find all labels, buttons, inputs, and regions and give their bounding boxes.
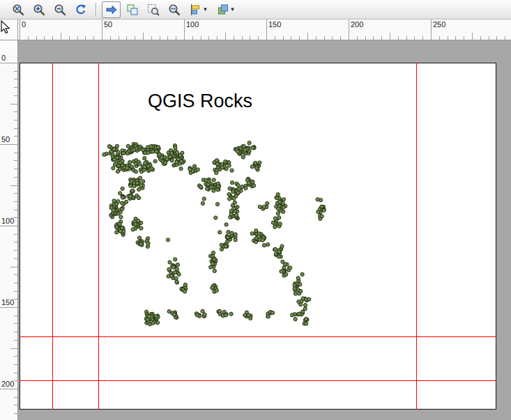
ruler-tick — [291, 36, 291, 40]
ruler-label: 0 — [1, 54, 6, 62]
ruler-tick — [119, 36, 119, 40]
ruler-tick — [69, 36, 70, 40]
ruler-label: 150 — [268, 20, 281, 29]
ruler-tick — [390, 33, 390, 40]
guide-horizontal[interactable] — [20, 380, 496, 381]
ruler-tick — [192, 36, 193, 40]
ruler-tick — [340, 36, 341, 40]
ruler-tick — [242, 36, 243, 40]
ruler-tick — [14, 340, 17, 341]
ruler-tick — [14, 95, 17, 96]
ruler-tick — [14, 169, 17, 169]
ruler-horizontal[interactable]: 050100150200250 — [18, 20, 511, 40]
chevron-down-icon: ▾ — [231, 6, 234, 13]
ruler-tick — [14, 193, 17, 194]
ruler-tick — [14, 356, 17, 357]
ruler-tick — [14, 413, 17, 414]
ruler-tick — [61, 33, 61, 40]
ruler-tick — [0, 389, 17, 389]
ruler-tick — [14, 210, 17, 210]
ruler-tick — [14, 332, 17, 332]
ruler-label: 50 — [1, 135, 10, 143]
zoom-in-icon — [32, 3, 46, 17]
composer-page[interactable] — [20, 63, 496, 410]
guide-vertical[interactable] — [52, 63, 53, 410]
ruler-tick — [102, 20, 102, 40]
ruler-tick — [151, 36, 152, 40]
ruler-tick — [14, 160, 17, 161]
zoom-out-icon — [53, 3, 67, 17]
zoom-in-button[interactable] — [29, 1, 48, 18]
ruler-tick — [406, 36, 407, 40]
ruler-tick — [14, 250, 17, 251]
ruler-tick — [14, 380, 17, 381]
ruler-tick — [14, 274, 17, 275]
ruler-tick — [398, 36, 399, 40]
ruler-tick — [14, 177, 17, 178]
ruler-tick — [14, 87, 17, 88]
ruler-tick — [439, 36, 440, 40]
ruler-tick — [455, 36, 456, 40]
ruler-tick — [208, 36, 209, 40]
ruler-tick — [365, 36, 366, 40]
ruler-tick — [93, 36, 94, 40]
align-items-icon — [189, 3, 203, 17]
guide-vertical[interactable] — [98, 63, 99, 410]
refresh-button[interactable] — [71, 1, 90, 18]
ruler-tick — [381, 36, 382, 40]
zoom-full-button[interactable] — [8, 1, 27, 18]
zoom-out-button[interactable] — [50, 1, 69, 18]
ruler-tick — [316, 36, 316, 40]
ruler-tick — [14, 364, 17, 365]
ruler-tick — [324, 36, 325, 40]
ruler-tick — [0, 307, 17, 308]
move-item-content-icon — [105, 3, 119, 17]
zoom-to-selection-button[interactable] — [144, 1, 162, 18]
ruler-label: 200 — [351, 20, 363, 29]
guide-horizontal[interactable] — [20, 336, 496, 337]
ruler-tick — [258, 36, 259, 40]
ruler-tick — [176, 36, 176, 40]
group-items-button[interactable] — [123, 1, 142, 18]
ruler-tick — [14, 111, 17, 112]
composer-toolbar: ▾ ▾ — [0, 0, 511, 20]
ruler-tick — [480, 36, 481, 40]
ruler-tick — [14, 283, 17, 283]
ruler-tick — [472, 33, 473, 40]
ruler-tick — [14, 299, 17, 300]
ruler-tick — [225, 33, 226, 40]
ruler-label: 150 — [1, 298, 14, 306]
ruler-tick — [20, 20, 20, 40]
zoom-actual-size-icon — [167, 3, 181, 17]
ruler-tick — [464, 36, 464, 40]
ruler-tick — [14, 291, 17, 292]
raise-items-icon — [216, 3, 230, 17]
ruler-tick — [14, 128, 17, 129]
align-items-button[interactable]: ▾ — [185, 1, 211, 18]
composition-canvas[interactable]: QGIS Rocks — [18, 40, 511, 420]
guide-vertical[interactable] — [416, 63, 417, 410]
raise-items-button[interactable]: ▾ — [213, 1, 238, 18]
ruler-tick — [184, 20, 185, 40]
zoom-actual-size-button[interactable] — [165, 1, 183, 18]
ruler-tick — [52, 36, 53, 40]
ruler-tick — [0, 144, 17, 145]
ruler-vertical[interactable]: 050100150200 — [0, 40, 18, 420]
ruler-tick — [10, 104, 17, 104]
ruler-tick — [14, 258, 17, 259]
ruler-label: 0 — [22, 20, 26, 29]
ruler-tick — [217, 36, 218, 40]
ruler-tick — [496, 36, 497, 40]
ruler-label: 200 — [1, 380, 14, 388]
ruler-tick — [357, 36, 358, 40]
ruler-tick — [14, 136, 17, 137]
composer-label-item[interactable]: QGIS Rocks — [148, 91, 252, 112]
ruler-tick — [307, 33, 308, 40]
app-window: ▾ ▾ 050100150200250 050100150200 QGIS Ro… — [0, 0, 511, 420]
move-item-content-button[interactable] — [102, 1, 121, 18]
ruler-tick — [14, 201, 17, 202]
ruler-tick — [14, 397, 17, 398]
ruler-tick — [143, 33, 144, 40]
ruler-tick — [126, 36, 127, 40]
ruler-label: 50 — [104, 20, 112, 29]
